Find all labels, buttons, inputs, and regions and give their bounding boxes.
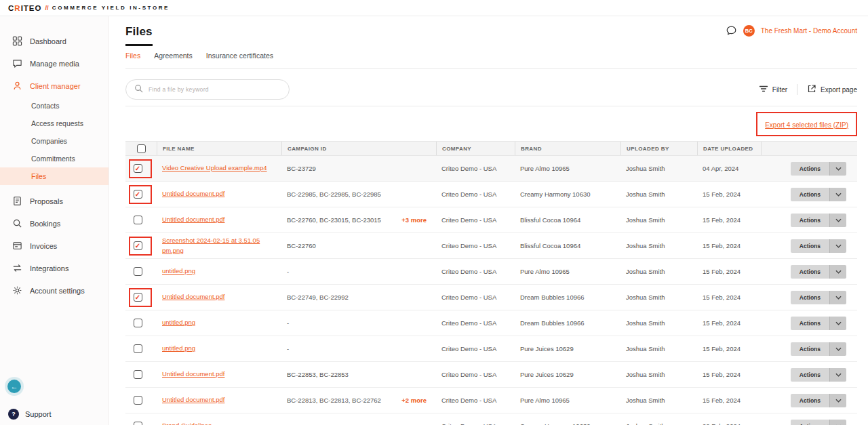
tab-agreements[interactable]: Agreements — [154, 52, 193, 60]
sidebar-item-bookings[interactable]: Bookings — [0, 212, 108, 235]
sidebar-item-files[interactable]: Files — [0, 167, 108, 185]
sidebar-item-manage-media[interactable]: Manage media — [0, 52, 108, 75]
col-header-date-uploaded[interactable]: DATE UPLOADED — [697, 142, 761, 155]
row-checkbox[interactable] — [134, 370, 142, 379]
row-checkbox[interactable] — [134, 319, 142, 327]
sidebar-item-access-requests[interactable]: Access requests — [0, 115, 108, 132]
company: Criteo Demo - USA — [436, 397, 515, 404]
chevron-down-icon[interactable] — [829, 214, 846, 227]
actions-button[interactable]: Actions — [791, 420, 846, 425]
more-campaigns-link[interactable]: +3 more — [401, 216, 427, 224]
export-page-button[interactable]: Export page — [807, 84, 857, 95]
chevron-down-icon[interactable] — [829, 239, 846, 253]
file-name-link[interactable]: Untitled document.pdf — [162, 395, 224, 405]
actions-cell: Actions — [761, 317, 857, 330]
support-link[interactable]: ? Support — [8, 409, 52, 420]
row-check-cell — [125, 293, 157, 302]
chevron-down-icon[interactable] — [829, 420, 846, 425]
date-uploaded: 15 Feb, 2024 — [697, 294, 761, 301]
select-all-checkbox[interactable] — [137, 144, 146, 153]
row-checkbox[interactable] — [134, 241, 142, 250]
file-name-link[interactable]: Untitled document.pdf — [162, 369, 224, 380]
avatar[interactable]: BC — [743, 25, 755, 37]
bookings-icon — [12, 218, 22, 228]
actions-button[interactable]: Actions — [791, 188, 846, 201]
file-name-link[interactable]: untitled.png — [162, 318, 195, 328]
file-name-cell: Untitled document.pdf — [157, 215, 281, 225]
collapse-sidebar-button[interactable]: ← — [7, 380, 21, 393]
chevron-down-icon[interactable] — [829, 265, 846, 279]
file-name-link[interactable]: Untitled document.pdf — [162, 215, 224, 225]
actions-button[interactable]: Actions — [791, 162, 846, 176]
actions-button[interactable]: Actions — [791, 317, 846, 330]
col-header-company[interactable]: COMPANY — [436, 142, 515, 155]
row-checkbox[interactable] — [134, 267, 142, 276]
row-check-cell — [125, 370, 157, 379]
file-name-link[interactable]: Screenshot 2024-02-15 at 3.51.05 pm.png — [162, 236, 275, 256]
select-all-cell — [125, 142, 157, 155]
file-name-link[interactable]: Video Creative Upload example.mp4 — [162, 163, 267, 174]
chat-bubble-icon[interactable] — [726, 25, 737, 37]
sidebar-item-contacts[interactable]: Contacts — [0, 97, 108, 115]
export-page-icon — [807, 84, 816, 95]
file-name-link[interactable]: Brand Guidelines — [162, 421, 212, 425]
actions-button[interactable]: Actions — [791, 291, 846, 304]
chevron-down-icon[interactable] — [829, 317, 846, 330]
chevron-down-icon[interactable] — [829, 368, 846, 382]
chevron-down-icon[interactable] — [829, 188, 846, 201]
sidebar-item-integrations[interactable]: Integrations — [0, 257, 108, 279]
actions-button[interactable]: Actions — [791, 214, 846, 227]
sidebar-item-label: Invoices — [30, 242, 57, 250]
export-selected-link[interactable]: Export 4 selected files (ZIP) — [765, 121, 848, 129]
search-box[interactable] — [125, 79, 290, 100]
row-checkbox[interactable] — [134, 422, 142, 425]
actions-button[interactable]: Actions — [791, 265, 846, 279]
uploaded-by: Joshua Smith — [620, 294, 697, 301]
chevron-down-icon[interactable] — [829, 162, 846, 176]
brand: Pure Juices 10629 — [515, 345, 620, 352]
sidebar-item-commitments[interactable]: Commitments — [0, 150, 108, 167]
actions-button[interactable]: Actions — [791, 394, 846, 407]
col-header-uploaded-by[interactable]: UPLOADED BY — [620, 142, 697, 155]
file-name-link[interactable]: untitled.png — [162, 266, 195, 277]
campaign-id-cell: - — [281, 319, 436, 327]
actions-button-label: Actions — [791, 188, 829, 201]
sidebar-item-companies[interactable]: Companies — [0, 132, 108, 150]
tab-insurance-certificates[interactable]: Insurance certificates — [206, 52, 273, 60]
sidebar-item-client-manager[interactable]: Client manager — [0, 75, 108, 97]
file-name-link[interactable]: Untitled document.pdf — [162, 189, 224, 199]
row-checkbox[interactable] — [134, 190, 142, 199]
brand: Pure Juices 10629 — [515, 371, 620, 378]
col-header-campaign-id[interactable]: CAMPAIGN ID — [281, 142, 436, 155]
account-name[interactable]: The Fresh Mart - Demo Account — [761, 27, 857, 35]
uploaded-by: Joshua Smith — [620, 216, 697, 224]
chevron-down-icon[interactable] — [829, 394, 846, 407]
actions-button[interactable]: Actions — [791, 368, 846, 382]
row-checkbox[interactable] — [134, 396, 142, 405]
file-name-link[interactable]: Untitled document.pdf — [162, 292, 224, 302]
filter-button[interactable]: Filter — [759, 84, 787, 95]
col-header-file-name[interactable]: FILE NAME — [157, 142, 281, 155]
file-name-link[interactable]: untitled.png — [162, 344, 195, 354]
sidebar-item-account-settings[interactable]: Account settings — [0, 279, 108, 302]
sidebar-item-dashboard[interactable]: Dashboard — [0, 30, 108, 52]
sidebar-item-invoices[interactable]: Invoices — [0, 235, 108, 257]
row-checkbox[interactable] — [134, 216, 142, 224]
more-campaigns-link[interactable]: +2 more — [401, 397, 427, 404]
file-name-cell: Untitled document.pdf — [157, 395, 281, 405]
table-header: FILE NAME CAMPAIGN ID COMPANY BRAND UPLO… — [125, 141, 857, 156]
actions-button[interactable]: Actions — [791, 239, 846, 253]
sidebar-item-label: Bookings — [30, 220, 60, 228]
tab-files[interactable]: Files — [125, 52, 140, 60]
row-checkbox[interactable] — [134, 164, 142, 173]
col-header-brand[interactable]: BRAND — [515, 142, 620, 155]
row-check-cell — [125, 216, 157, 224]
search-input[interactable] — [149, 86, 281, 93]
chevron-down-icon[interactable] — [829, 342, 846, 356]
actions-button[interactable]: Actions — [791, 342, 846, 356]
row-checkbox[interactable] — [134, 344, 142, 353]
chevron-down-icon[interactable] — [829, 291, 846, 304]
row-check-cell — [125, 319, 157, 327]
row-checkbox[interactable] — [134, 293, 142, 302]
sidebar-item-proposals[interactable]: Proposals — [0, 190, 108, 212]
